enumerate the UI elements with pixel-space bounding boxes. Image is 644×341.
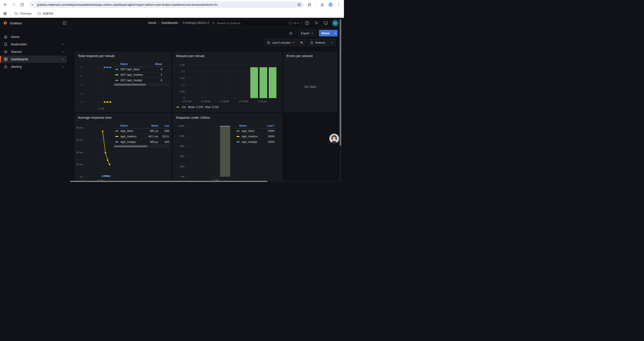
sidebar-item-bookmarks[interactable]: Bookmarks <box>0 41 67 48</box>
sidebar-toggle-button[interactable] <box>62 21 67 25</box>
svg-text:60%: 60% <box>180 145 184 147</box>
sidebar-item-alerting[interactable]: Alerting <box>0 63 67 71</box>
svg-text:20 ms: 20 ms <box>76 163 83 166</box>
legend-table: NameLast */api/_/livez100%/api/_/metrics… <box>234 123 277 145</box>
svg-text:17:39:00: 17:39:00 <box>220 100 229 103</box>
legend-scrollbar-thumb[interactable] <box>114 84 146 86</box>
reload-button[interactable] <box>19 1 25 8</box>
sidebar-item-starred[interactable]: Starred <box>0 48 67 56</box>
legend-scrollbar[interactable] <box>114 83 169 86</box>
extensions-button[interactable] <box>306 1 313 8</box>
help-button[interactable] <box>305 21 309 25</box>
series-color-pill <box>115 74 118 75</box>
chevron-down-icon[interactable] <box>62 65 64 68</box>
chevron-down-icon[interactable] <box>62 50 64 53</box>
refresh-button[interactable]: Refresh <box>308 39 328 46</box>
time-range-picker[interactable]: Last 5 minutes <box>264 39 298 46</box>
series-color-pill <box>236 142 240 142</box>
breadcrumb-dashboards[interactable]: Dashboards <box>161 21 178 25</box>
horizontal-scrollbar-thumb[interactable] <box>70 181 268 182</box>
assistant-avatar-icon <box>329 134 339 144</box>
search-icon <box>212 22 215 25</box>
panel-requests-under-100ms[interactable]: Requests under 100ms 100%80%60%40%20%0%1… <box>173 114 282 182</box>
legend-header: NameLast * <box>234 123 277 128</box>
chevron-down-icon[interactable] <box>62 43 64 46</box>
search-input[interactable]: Search or jump to... ⌘+k <box>209 20 302 27</box>
news-rss-button[interactable] <box>314 21 318 25</box>
sidebar-item-home[interactable]: Home <box>0 33 67 41</box>
panel-total-requests[interactable]: Total requests per minute 6543217:40 Nam… <box>75 52 172 112</box>
browser-toolbar: grafana.mathmast.com/d/deytv4rwavabkb/fr… <box>0 0 344 10</box>
share-menu-button[interactable] <box>332 30 338 37</box>
user-avatar[interactable] <box>332 20 339 27</box>
profile-button[interactable] <box>327 1 334 8</box>
kiosk-monitor-button[interactable] <box>324 21 328 25</box>
svg-text:2: 2 <box>81 101 82 103</box>
time-controls: Last 5 minutes Refresh <box>264 39 336 46</box>
bookmarks-divider <box>10 12 11 16</box>
panel-title[interactable]: Average response time <box>78 116 112 119</box>
dashboards-grid-icon <box>4 57 8 62</box>
legend-row[interactable]: GET /api/_/livez6 <box>114 67 169 72</box>
legend-row[interactable]: /api/_/readyz100% <box>234 139 277 145</box>
bookmark-star-icon[interactable] <box>297 3 302 7</box>
legend-row[interactable]: GET /api/_/readyz6 <box>114 78 169 83</box>
panel-title[interactable]: Errors per second <box>286 54 312 58</box>
search-placeholder: Search or jump to... <box>217 22 243 25</box>
favorite-star-button[interactable] <box>289 31 293 35</box>
forward-button[interactable] <box>10 1 17 8</box>
legend-row[interactable]: GET /api/_/metrics2 <box>114 72 169 78</box>
export-button[interactable]: Export <box>298 30 316 37</box>
total-requests-chart: 6543217:40 <box>76 62 116 111</box>
svg-text:0.15: 0.15 <box>180 77 185 80</box>
download-icon <box>320 3 324 7</box>
address-bar[interactable]: grafana.mathmast.com/d/deytv4rwavabkb/fr… <box>29 1 303 8</box>
vertical-scrollbar[interactable] <box>340 19 341 182</box>
legend-scrollbar-thumb[interactable] <box>114 146 147 147</box>
search-shortcut: ⌘+k <box>289 22 299 25</box>
bookmark-folder-blogs[interactable]: 收藏博客 <box>36 11 56 17</box>
legend-row[interactable]: /api/_/livez661 µs646 <box>114 128 169 134</box>
legend-row[interactable]: /api/_/metrics40.1 ms20.5 r <box>114 134 169 139</box>
vertical-scrollbar-thumb[interactable] <box>340 19 341 146</box>
star-icon <box>4 50 8 54</box>
keyboard-icon <box>289 22 292 25</box>
forward-icon <box>12 3 16 7</box>
panel-request-per-minute[interactable]: Request per minute 0.250.20.150.10.05017… <box>173 52 282 112</box>
url-text[interactable]: grafana.mathmast.com/d/deytv4rwavabkb/fr… <box>37 3 218 6</box>
panel-title[interactable]: Request per minute <box>176 54 205 58</box>
chart-legend[interactable]: 2xx Mean: 0.233 Max: 0.233 <box>176 106 219 109</box>
refresh-label: Refresh <box>315 41 325 44</box>
panel-title[interactable]: Requests under 100ms <box>176 116 210 119</box>
sidebar-item-dashboards[interactable]: Dashboards <box>0 56 67 63</box>
panel-errors-per-second[interactable]: Errors per second No data <box>284 52 337 112</box>
share-button[interactable]: Share <box>319 30 332 37</box>
chevron-down-icon <box>311 32 314 35</box>
svg-text:0.2: 0.2 <box>182 70 185 73</box>
series-color-pill <box>236 136 240 137</box>
site-settings-icon[interactable] <box>30 2 35 7</box>
apps-button[interactable] <box>1 10 9 17</box>
panel-average-response-time[interactable]: Average response time 80 ms60 ms40 ms20 … <box>75 114 172 182</box>
svg-text:40 ms: 40 ms <box>76 151 83 154</box>
horizontal-scrollbar[interactable] <box>70 181 340 182</box>
legend-header: NameMean <box>114 62 169 67</box>
panel-title[interactable]: Total requests per minute <box>78 54 115 58</box>
bookmark-folder-freeleaps[interactable]: Freeleaps <box>12 11 34 17</box>
download-button[interactable] <box>319 1 326 8</box>
legend-row[interactable]: /api/_/readyz605 µs620 <box>114 139 169 145</box>
browser-menu-button[interactable] <box>336 1 342 8</box>
bookmark-label: 收藏博客 <box>43 12 54 16</box>
back-button[interactable] <box>2 1 8 8</box>
refresh-interval-button[interactable] <box>328 39 335 46</box>
export-label: Export <box>301 32 309 35</box>
legend-row[interactable]: /api/_/livez100% <box>234 128 277 134</box>
svg-text:0 s: 0 s <box>80 175 83 178</box>
breadcrumb-home[interactable]: Home <box>148 21 156 25</box>
sidebar-item-label: Alerting <box>11 65 22 69</box>
chevron-down-icon[interactable] <box>62 58 64 61</box>
legend-row[interactable]: /api/_/metrics100% <box>234 134 277 139</box>
floating-assistant-avatar[interactable] <box>329 134 339 144</box>
legend-scrollbar[interactable] <box>114 145 169 148</box>
zoom-out-button[interactable] <box>297 39 306 46</box>
